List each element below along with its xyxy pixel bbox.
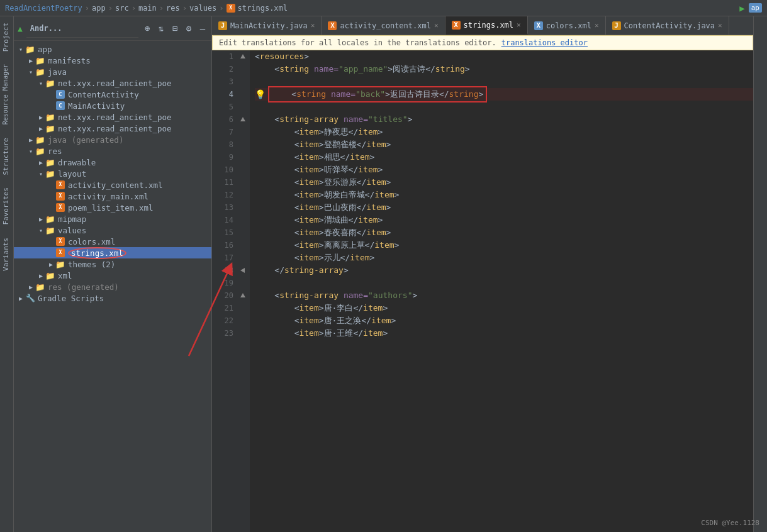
code-line-9: <item>相思</item> [255, 151, 753, 163]
ln-8: 8 [212, 138, 233, 151]
android-icon: ▲ [18, 24, 23, 33]
code-line-10: <item>听弹琴</item> [255, 163, 753, 176]
ln-1: 1 [212, 50, 233, 63]
code-line-8: <item>登鹳雀楼</item> [255, 138, 753, 151]
tree-item-poem-list-xml[interactable]: X poem_list_item.xml [14, 202, 211, 213]
bc-sep3: › [132, 4, 136, 13]
bc-src[interactable]: src [115, 4, 129, 13]
tree-item-drawable[interactable]: ▶ 📁 drawable [14, 157, 211, 168]
gutter [237, 50, 250, 532]
tree-item-java-gen[interactable]: ▶ 📁 java (generated) [14, 134, 211, 145]
ln-6: 6 [212, 113, 233, 126]
project-dropdown[interactable]: Andr... [26, 19, 138, 38]
tab-close-strings-xml[interactable]: ✕ [517, 21, 521, 29]
tree-item-pkg3[interactable]: ▶ 📁 net.xyx.read_ancient_poe [14, 123, 211, 134]
code-line-17: <item>示儿</item> [255, 252, 753, 264]
left-panel-strip: Project Resource Manager Structure Favor… [0, 16, 14, 532]
ln-16: 16 [212, 239, 233, 252]
tab-strings-xml[interactable]: X strings.xml ✕ [445, 16, 528, 35]
watermark: CSDN @Yee.1128 [701, 519, 759, 527]
code-line-23: <item>唐·王维</item> [255, 327, 753, 340]
tree-item-pkg1[interactable]: ▾ 📁 net.xyx.read_ancient_poe [14, 77, 211, 89]
panel-favorites[interactable]: Favorites [0, 181, 13, 231]
bulb-icon: 💡 [255, 88, 266, 101]
code-line-22: <item>唐·王之涣</item> [255, 314, 753, 327]
editor-area: J MainActivity.java ✕ X activity_content… [212, 16, 753, 532]
sidebar: ▲ Andr... ⊕ ⇅ ⊟ ⚙ — ▾ 📁 app ▶ 📁 [14, 16, 212, 532]
settings-icon[interactable]: ⚙ [184, 23, 194, 33]
bc-sep2: › [108, 4, 113, 13]
panel-structure[interactable]: Structure [0, 131, 13, 182]
ln-17: 17 [212, 252, 233, 264]
tree-item-activity-main-xml[interactable]: X activity_main.xml [14, 191, 211, 202]
tree-item-pkg2[interactable]: ▶ 📁 net.xyx.read_ancient_poe [14, 111, 211, 123]
bc-res[interactable]: res [166, 4, 180, 13]
tab-colors-xml[interactable]: X colors.xml ✕ [528, 16, 606, 35]
tree-item-strings-xml[interactable]: X strings.xml [14, 247, 211, 258]
tab-label-strings-xml: strings.xml [464, 21, 513, 30]
bc-values[interactable]: values [189, 4, 216, 13]
bc-app[interactable]: app [92, 4, 106, 13]
code-line-20: <string-array name="authors"> [255, 289, 753, 302]
ln-13: 13 [212, 201, 233, 214]
line-numbers: 1 2 3 4 5 6 7 8 9 10 11 12 13 14 15 16 1 [212, 50, 237, 532]
add-icon[interactable]: ⊕ [142, 23, 152, 33]
tree-item-content-activity[interactable]: C ContentActivity [14, 89, 211, 100]
tab-main-activity[interactable]: J MainActivity.java ✕ [212, 16, 322, 35]
panel-resource-manager[interactable]: Resource Manager [0, 58, 13, 131]
collapse-icon[interactable]: ⊟ [170, 23, 180, 33]
tree-item-layout[interactable]: ▾ 📁 layout [14, 168, 211, 179]
bc-project[interactable]: ReadAncientPoetry [5, 4, 82, 13]
ln-22: 22 [212, 314, 233, 327]
code-line-19 [255, 277, 753, 289]
close-icon[interactable]: — [198, 23, 208, 33]
code-area[interactable]: <resources> <string name="app_name">阅读古诗… [250, 50, 753, 532]
code-line-18: </string-array> [255, 264, 753, 277]
code-line-15: <item>春夜喜雨</item> [255, 226, 753, 239]
bc-xml-icon: X [227, 4, 235, 13]
tree-item-colors-xml[interactable]: X colors.xml [14, 236, 211, 247]
tab-close-activity-content[interactable]: ✕ [434, 21, 439, 30]
ln-21: 21 [212, 302, 233, 314]
ln-14: 14 [212, 214, 233, 226]
code-line-7: <item>静夜思</item> [255, 126, 753, 138]
tree-item-values[interactable]: ▾ 📁 values [14, 224, 211, 236]
tab-close-main-activity[interactable]: ✕ [311, 21, 315, 30]
code-line-14: <item>渭城曲</item> [255, 214, 753, 226]
panel-project[interactable]: Project [0, 16, 13, 58]
code-line-2: <string name="app_name">阅读古诗</string> [255, 63, 753, 75]
bc-strings-xml[interactable]: strings.xml [238, 4, 288, 13]
ln-12: 12 [212, 189, 233, 201]
tree-item-res-gen[interactable]: ▶ 📁 res (generated) [14, 281, 211, 292]
ln-15: 15 [212, 226, 233, 239]
tree-item-java[interactable]: ▾ 📁 java [14, 66, 211, 77]
tree-item-activity-content-xml[interactable]: X activity_content.xml [14, 179, 211, 191]
ln-5: 5 [212, 101, 233, 113]
svg-marker-1 [240, 117, 245, 121]
tree-item-xml[interactable]: ▶ 📁 xml [14, 270, 211, 281]
translations-editor-link[interactable]: translations editor [501, 38, 588, 47]
tab-icon-content-activity: J [612, 21, 621, 30]
code-line-5 [255, 101, 753, 113]
tree-item-mipmap[interactable]: ▶ 📁 mipmap [14, 213, 211, 224]
tab-label-main-activity: MainActivity.java [230, 21, 308, 30]
panel-variants[interactable]: Variants [0, 231, 13, 277]
tab-content-activity[interactable]: J ContentActivity.java ✕ [606, 16, 729, 35]
tree-item-app[interactable]: ▾ 📁 app [14, 43, 211, 55]
tree-item-res[interactable]: ▾ 📁 res [14, 145, 211, 157]
tab-icon-strings-xml: X [452, 21, 461, 30]
tree-item-gradle[interactable]: ▶ 🔧 Gradle Scripts [14, 292, 211, 304]
tree-item-themes[interactable]: ▶ 📁 themes (2) [14, 258, 211, 270]
tree-item-manifests[interactable]: ▶ 📁 manifests [14, 55, 211, 66]
tree-item-main-activity[interactable]: C MainActivity [14, 100, 211, 111]
tab-close-content-activity[interactable]: ✕ [718, 21, 722, 30]
tab-close-colors-xml[interactable]: ✕ [595, 21, 599, 30]
code-line-13: <item>巴山夜雨</item> [255, 201, 753, 214]
bc-main[interactable]: main [138, 4, 157, 13]
code-line-16: <item>离离原上草</item> [255, 239, 753, 252]
ln-19: 19 [212, 277, 233, 289]
right-panel-strip [753, 16, 767, 532]
sync-icon[interactable]: ⇅ [156, 23, 166, 33]
tab-activity-content[interactable]: X activity_content.xml ✕ [322, 16, 445, 35]
ln-3: 3 [212, 75, 233, 88]
